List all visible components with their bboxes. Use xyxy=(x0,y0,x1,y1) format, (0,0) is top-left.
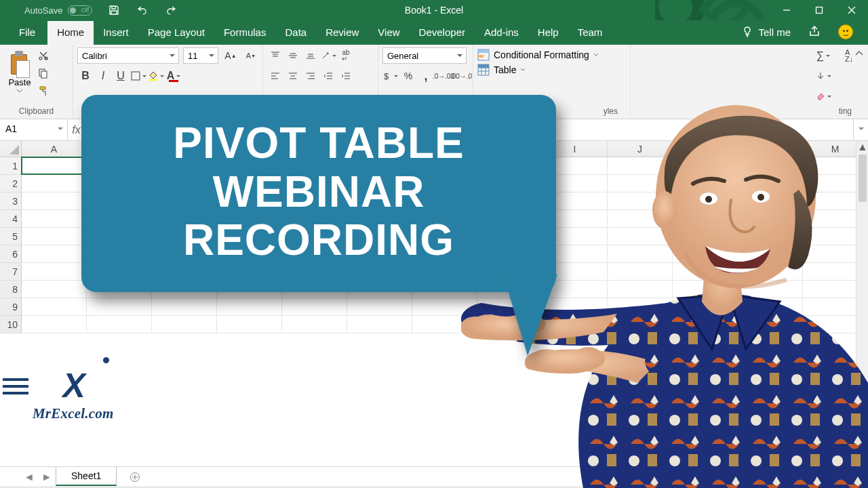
cell[interactable] xyxy=(608,298,673,315)
tab-help[interactable]: Help xyxy=(528,21,568,45)
cell[interactable] xyxy=(738,298,803,315)
font-color-icon[interactable]: A xyxy=(165,68,182,84)
cell[interactable] xyxy=(608,210,673,227)
cell[interactable] xyxy=(282,298,347,315)
cell[interactable] xyxy=(608,281,673,298)
tell-me-search[interactable]: Tell me xyxy=(742,26,791,38)
autosave-control[interactable]: AutoSave Off xyxy=(0,5,92,16)
accounting-format-icon[interactable]: $ xyxy=(382,68,399,84)
copy-icon[interactable] xyxy=(38,68,49,81)
cell[interactable] xyxy=(87,298,152,315)
cell[interactable] xyxy=(347,298,412,315)
maximize-button[interactable] xyxy=(803,0,835,20)
cell[interactable] xyxy=(542,316,608,333)
row-header[interactable]: 10 xyxy=(0,316,21,333)
close-button[interactable] xyxy=(835,0,868,20)
cell[interactable] xyxy=(673,210,738,227)
align-left-icon[interactable] xyxy=(267,68,283,84)
cell[interactable] xyxy=(673,228,738,245)
sheet-nav-next-icon[interactable]: ► xyxy=(38,471,56,483)
conditional-formatting-button[interactable]: Conditional Formatting xyxy=(477,49,599,61)
feedback-icon[interactable] xyxy=(838,24,853,39)
new-sheet-button[interactable] xyxy=(123,470,146,484)
cell[interactable] xyxy=(412,316,477,333)
cell[interactable] xyxy=(217,316,282,333)
minimize-button[interactable] xyxy=(770,0,803,20)
cell[interactable] xyxy=(738,175,803,192)
cell[interactable] xyxy=(673,316,738,333)
wrap-text-icon[interactable]: ab↵ xyxy=(338,47,354,64)
row-headers[interactable]: 12345678910 xyxy=(0,157,22,333)
tab-home[interactable]: Home xyxy=(47,21,94,45)
italic-icon[interactable]: I xyxy=(95,68,111,84)
cell[interactable] xyxy=(282,316,347,333)
cell[interactable] xyxy=(738,210,803,227)
sheet-tab-sheet1[interactable]: Sheet1 xyxy=(56,467,117,486)
align-middle-icon[interactable] xyxy=(285,47,301,64)
cell[interactable] xyxy=(673,245,738,262)
cell[interactable] xyxy=(608,192,673,209)
row-header[interactable]: 8 xyxy=(0,281,21,298)
cell[interactable] xyxy=(673,157,738,174)
border-icon[interactable] xyxy=(130,68,146,84)
select-all-corner[interactable] xyxy=(0,141,22,157)
font-name-combo[interactable]: Calibri xyxy=(77,47,179,64)
expand-formula-bar-icon[interactable] xyxy=(853,119,868,140)
align-center-icon[interactable] xyxy=(285,68,301,84)
tab-addins[interactable]: Add-ins xyxy=(475,21,528,45)
orientation-icon[interactable] xyxy=(320,47,336,64)
underline-icon[interactable]: U xyxy=(113,68,129,84)
increase-decimal-icon[interactable]: .0→.00 xyxy=(435,68,452,84)
cell[interactable] xyxy=(22,192,87,209)
tab-file[interactable]: File xyxy=(7,21,47,45)
cell[interactable] xyxy=(542,298,608,315)
column-header[interactable]: L xyxy=(738,141,803,157)
row-header[interactable]: 6 xyxy=(0,245,21,263)
increase-font-icon[interactable]: A▲ xyxy=(222,47,239,64)
decrease-indent-icon[interactable] xyxy=(320,68,336,84)
cell[interactable] xyxy=(673,263,738,280)
number-format-combo[interactable]: General xyxy=(382,47,467,64)
cell[interactable] xyxy=(22,157,87,174)
cell[interactable] xyxy=(87,316,152,333)
fill-color-icon[interactable] xyxy=(148,68,164,84)
row-header[interactable]: 4 xyxy=(0,210,21,228)
align-top-icon[interactable] xyxy=(267,47,283,64)
horizontal-scrollbar[interactable]: ◄ ► xyxy=(146,471,868,483)
tab-team[interactable]: Team xyxy=(568,21,612,45)
row-header[interactable]: 9 xyxy=(0,298,21,316)
decrease-decimal-icon[interactable]: .00→.0 xyxy=(453,68,469,84)
cell[interactable] xyxy=(608,245,673,262)
scroll-left-icon[interactable]: ◄ xyxy=(644,471,656,483)
bold-icon[interactable]: B xyxy=(77,68,94,84)
redo-icon[interactable] xyxy=(163,2,179,18)
paste-button[interactable]: Paste xyxy=(4,47,35,96)
name-box[interactable]: A1 xyxy=(0,119,68,140)
cell[interactable] xyxy=(22,175,87,192)
autosum-icon[interactable]: ∑ xyxy=(815,47,831,64)
save-icon[interactable] xyxy=(106,2,122,18)
column-header[interactable]: K xyxy=(673,141,738,157)
cell[interactable] xyxy=(217,298,282,315)
scroll-down-icon[interactable]: ▼ xyxy=(856,454,868,466)
clear-icon[interactable] xyxy=(815,88,831,104)
font-size-combo[interactable]: 11 xyxy=(183,47,218,64)
fill-icon[interactable] xyxy=(815,68,831,84)
cell[interactable] xyxy=(22,245,87,262)
hscroll-thumb[interactable] xyxy=(659,472,849,482)
format-as-table-button[interactable]: Table xyxy=(477,64,526,76)
cell[interactable] xyxy=(673,298,738,315)
tab-page-layout[interactable]: Page Layout xyxy=(138,21,214,45)
cell[interactable] xyxy=(673,192,738,209)
cell[interactable] xyxy=(412,298,477,315)
cell[interactable] xyxy=(22,263,87,280)
cell[interactable] xyxy=(608,157,673,174)
comma-icon[interactable]: , xyxy=(418,68,434,84)
cell[interactable] xyxy=(738,316,803,333)
tab-data[interactable]: Data xyxy=(275,21,316,45)
scroll-up-icon[interactable]: ▲ xyxy=(856,141,868,153)
cell[interactable] xyxy=(22,228,87,245)
cell[interactable] xyxy=(738,263,803,280)
cut-icon[interactable] xyxy=(38,50,49,64)
cell[interactable] xyxy=(152,298,217,315)
